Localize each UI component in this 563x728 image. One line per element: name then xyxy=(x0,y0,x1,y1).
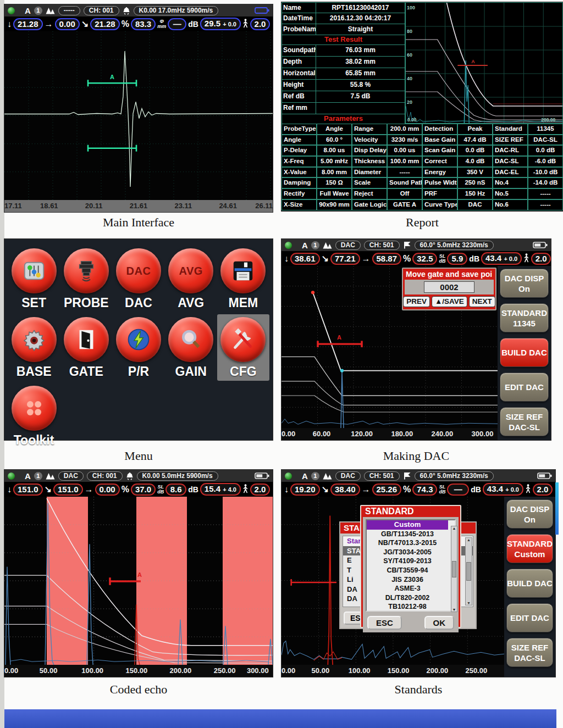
standard-option-nb-t47013-3-2015[interactable]: NB/T47013.3-2015 xyxy=(367,538,448,548)
walker-icon xyxy=(523,253,529,264)
readout-pct[interactable]: 83.3 xyxy=(131,18,156,30)
readout-pct[interactable]: 32.5 xyxy=(412,253,437,265)
side-button-size-ref[interactable]: SIZE REFDAC-SL xyxy=(500,407,549,436)
standard-option-jis-z3036[interactable]: JIS Z3036 xyxy=(367,575,448,585)
readout-sldb[interactable]: 8.6 xyxy=(165,484,186,496)
menu-item-avg[interactable]: AVGAVG xyxy=(165,246,217,312)
readout-walk[interactable]: 2.0 xyxy=(250,18,270,30)
readout-right[interactable]: 25.26 xyxy=(372,484,402,496)
dac-point-current[interactable] xyxy=(340,369,344,372)
esc-button[interactable]: ESC xyxy=(367,616,402,630)
status-pill-dac[interactable]: DAC xyxy=(335,471,361,481)
dac-point-start[interactable] xyxy=(311,291,314,294)
readout-pct[interactable]: 37.0 xyxy=(131,484,156,496)
axis-tick-label: 26.11 xyxy=(255,202,273,210)
side-button-edit-dac[interactable]: EDIT DAC xyxy=(500,373,549,402)
probe-info-pill[interactable]: K0.00 5.0mHz 5900m/s xyxy=(137,471,218,481)
menu-item-label: BASE xyxy=(16,364,52,379)
readout-right[interactable]: 0.00 xyxy=(55,18,80,30)
readout-down[interactable]: 19.20 xyxy=(290,484,320,496)
menu-item-label: CFG xyxy=(230,364,257,379)
dialog-button-save[interactable]: ▲/SAVE xyxy=(432,296,467,307)
readout-diag[interactable]: 77.21 xyxy=(330,253,360,265)
diameter-mm-icon: Φmm xyxy=(157,19,166,29)
status-pill-dac[interactable]: DAC xyxy=(335,241,361,250)
readout-right[interactable]: 58.87 xyxy=(372,253,402,265)
readout-walk[interactable]: 2.0 xyxy=(250,484,270,496)
menu-item-set[interactable]: SET xyxy=(8,246,60,312)
probe-info-pill[interactable]: K0.00 17.0mHz 5900m/s xyxy=(134,6,219,15)
save-point-input[interactable]: 0002 xyxy=(424,281,474,293)
scan-mode-label: A xyxy=(25,471,31,481)
parameter-row: ProbeTypeAngleRange200.0 mmDetectionPeak… xyxy=(282,124,563,135)
menu-item-mem[interactable]: MEM xyxy=(217,246,269,312)
standard-option-cb-t3559-94[interactable]: CB/T3559-94 xyxy=(367,566,448,575)
readout-sldb[interactable]: 5.9 xyxy=(447,253,467,265)
gate-a-line[interactable] xyxy=(318,341,362,347)
status-pill-dac[interactable]: DAC xyxy=(58,471,84,481)
probe-info-pill[interactable]: 60.0° 5.0mHz 3230m/s xyxy=(415,241,494,250)
panel-report: NameRPT161230042017DateTime2016.12.30 04… xyxy=(282,2,563,211)
status-pill-ch-001[interactable]: CH: 001 xyxy=(87,471,123,481)
ok-button[interactable]: OK xyxy=(424,616,455,630)
readout-db[interactable]: 43.4 + 0.0 xyxy=(481,252,522,265)
scrollbar[interactable]: ▲▼ xyxy=(465,537,472,605)
side-button-standard[interactable]: STANDARDCustom xyxy=(506,534,553,563)
readout-down[interactable]: 38.61 xyxy=(290,253,320,265)
side-button-build-dac[interactable]: BUILD DAC xyxy=(506,569,553,598)
readout-down[interactable]: 21.28 xyxy=(13,18,43,30)
standard-option-sy-t4109-2013[interactable]: SY/T4109-2013 xyxy=(367,557,448,566)
readout-diag[interactable]: 21.28 xyxy=(90,18,120,30)
menu-item-p-r[interactable]: P/R xyxy=(112,314,164,381)
status-pill-ch-001[interactable]: CH: 001 xyxy=(84,6,119,15)
dialog-button-prev[interactable]: PREV xyxy=(403,296,430,307)
standard-option-asme-3[interactable]: ASME-3 xyxy=(367,584,448,593)
menu-item-toolkit[interactable]: Toolkit xyxy=(8,383,60,449)
readout-pct[interactable]: 74.3 xyxy=(412,484,437,496)
readout-db[interactable]: 15.4 + 4.0 xyxy=(200,483,241,496)
peaks-icon xyxy=(323,242,332,249)
menu-item-probe[interactable]: PROBE xyxy=(60,246,112,312)
sl-db-icon: SLdB xyxy=(157,485,164,494)
menu-item-label: GAIN xyxy=(175,364,207,379)
status-pill-[interactable]: ----- xyxy=(58,6,80,15)
side-button-standard[interactable]: STANDARD11345 xyxy=(500,303,549,332)
menu-item-dac[interactable]: DACDAC xyxy=(112,246,164,312)
parameter-row: Damping150 ΩScaleSound PathPulse Width25… xyxy=(282,177,563,188)
status-pill-ch-501[interactable]: CH: 501 xyxy=(364,471,400,481)
readout-phimm[interactable]: — xyxy=(168,18,186,30)
standard-option-gb-t11345-2013[interactable]: GB/T11345-2013 xyxy=(367,530,448,539)
readout-walk[interactable]: 2.0 xyxy=(531,253,551,265)
standard-option-jg-t3034-2005[interactable]: JG/T3034-2005 xyxy=(367,548,448,557)
readout-diag[interactable]: 151.0 xyxy=(53,484,83,496)
side-button-build-dac[interactable]: BUILD DAC xyxy=(500,338,549,367)
menu-item-gate[interactable]: GATE xyxy=(60,314,112,381)
sl-db-icon: SLdB xyxy=(439,485,445,494)
standard-option-custom[interactable]: Custom xyxy=(367,520,448,530)
side-button-dac-disp[interactable]: DAC DISPOn xyxy=(506,499,553,529)
readout-db[interactable]: 29.5 + 0.0 xyxy=(200,18,241,30)
readout-down[interactable]: 151.0 xyxy=(13,484,43,496)
readout-walk[interactable]: 2.0 xyxy=(533,484,553,496)
side-button-size-ref[interactable]: SIZE REFDAC-SL xyxy=(506,638,553,667)
status-pill-ch-501[interactable]: CH: 501 xyxy=(364,241,400,250)
standard-option-tb10212-98[interactable]: TB10212-98 xyxy=(367,602,448,612)
menu-item-label: AVG xyxy=(178,296,204,310)
scrollbar[interactable]: ▲▼ xyxy=(451,526,457,612)
standard-option-dl-t820-2002[interactable]: DL/T820-2002 xyxy=(367,593,448,603)
side-button-edit-dac[interactable]: EDIT DAC xyxy=(506,603,553,632)
channel-number-badge: 1 xyxy=(34,472,42,480)
readout-right[interactable]: 0.00 xyxy=(95,484,120,496)
readout-db[interactable]: 43.4 + 0.0 xyxy=(483,483,523,496)
dialog-button-next[interactable]: NEXT xyxy=(469,296,495,307)
side-button-dac-disp[interactable]: DAC DISPOn xyxy=(500,269,549,298)
menu-item-gain[interactable]: GAIN xyxy=(165,314,217,381)
readout-diag[interactable]: 38.40 xyxy=(330,484,360,496)
report-parameters-table: ProbeTypeAngleRange200.0 mmDetectionPeak… xyxy=(282,124,563,211)
readout-sldb[interactable]: — xyxy=(447,484,469,496)
axis-tick-label: 100.00 xyxy=(81,666,103,675)
menu-item-cfg[interactable]: CFG xyxy=(217,314,269,381)
gate-a-line[interactable] xyxy=(110,577,141,585)
menu-item-base[interactable]: BASE xyxy=(8,314,60,381)
probe-info-pill[interactable]: 60.0° 5.0mHz 3230m/s xyxy=(415,471,494,481)
